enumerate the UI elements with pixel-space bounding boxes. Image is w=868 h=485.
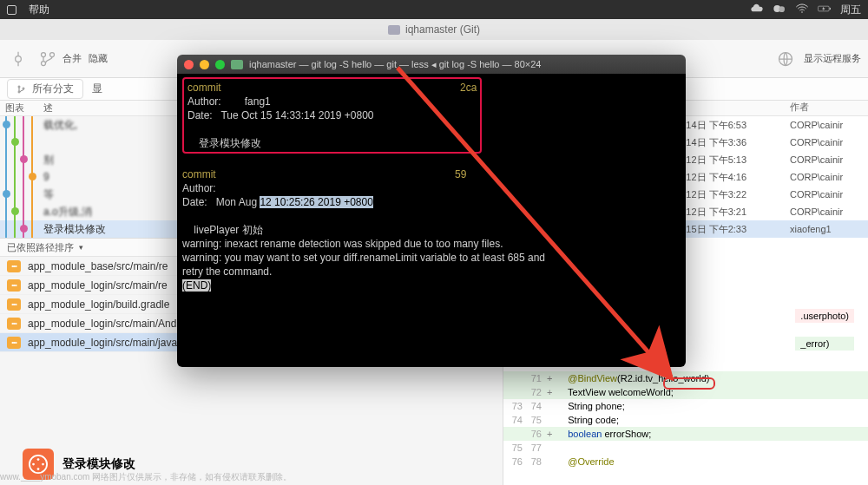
file-icon: ••• (7, 337, 21, 349)
branch-show-label: 显 (92, 82, 102, 96)
diff-line: 76+ boolean errorShow; (503, 427, 868, 441)
col-graph: 图表 (0, 102, 43, 115)
folder-icon (388, 25, 400, 35)
macos-menubar: 帮助 周五 (0, 0, 868, 19)
diff-line: 7577 (503, 441, 868, 455)
svg-point-1 (779, 6, 785, 12)
terminal-titlebar[interactable]: iqhamaster — git log -S hello — git — le… (177, 55, 686, 74)
wifi-icon[interactable] (795, 3, 809, 17)
file-icon: ••• (7, 298, 21, 311)
battery-icon[interactable] (818, 3, 832, 17)
file-icon: ••• (7, 260, 21, 272)
toolbar-merge-label: 合并 (62, 52, 82, 65)
branch-selector[interactable]: 所有分支 (7, 79, 83, 99)
commit-highlight-box: commit ████████████████████████████████2… (182, 77, 482, 154)
terminal-folder-icon (231, 60, 243, 69)
clock-day: 周五 (840, 3, 861, 17)
terminal-window: iqhamaster — git log -S hello — git — le… (177, 55, 686, 367)
diff-del-text: userphoto) (803, 311, 849, 321)
svg-point-14 (23, 88, 24, 89)
window-titlebar: iqhamaster (Git) (0, 19, 868, 40)
svg-point-2 (801, 11, 803, 13)
traffic-max-icon[interactable] (215, 60, 225, 69)
branch-all-label: 所有分支 (32, 82, 74, 96)
diff-line: 7475 String code; (503, 413, 868, 427)
menu-help[interactable]: 帮助 (29, 3, 49, 17)
commit-summary-title: 登录模块修改 (62, 456, 135, 472)
terminal-body[interactable]: commit ████████████████████████████████2… (177, 74, 686, 367)
col-author-header: 作者 (790, 101, 868, 115)
toolbar-hide-label: 隐藏 (89, 52, 108, 65)
svg-point-5 (16, 56, 22, 62)
file-icon: ••• (7, 318, 21, 330)
cloud-icon[interactable] (750, 3, 764, 17)
traffic-close-icon[interactable] (184, 60, 194, 69)
watermark-text: www.____ymoban.com 网络图片仅供展示，非存储，如有侵权请联系删… (0, 471, 292, 483)
file-icon: ••• (7, 279, 21, 292)
branch-icon[interactable] (36, 48, 59, 70)
svg-point-8 (42, 52, 46, 56)
svg-rect-4 (830, 7, 831, 9)
svg-point-17 (32, 463, 35, 466)
wechat-icon[interactable] (773, 3, 786, 17)
app-icon (7, 5, 16, 15)
terminal-title: iqhamaster — git log -S hello — git — le… (249, 59, 541, 70)
svg-point-20 (37, 468, 40, 470)
svg-point-18 (37, 458, 40, 461)
sort-label[interactable]: 已依照路径排序 (7, 241, 74, 254)
diff-add-text: _error) (800, 338, 829, 349)
diff-line: 7678 @Override (503, 455, 868, 469)
commit-icon[interactable] (7, 48, 30, 70)
svg-point-10 (50, 52, 55, 56)
annotation-circle (663, 377, 715, 390)
diff-line: 7374 String phone; (503, 399, 868, 413)
toolbar-remote-label: 显示远程服务 (804, 52, 861, 65)
window-title: iqhamaster (Git) (405, 23, 480, 36)
svg-point-9 (42, 61, 46, 65)
remote-icon[interactable] (774, 48, 797, 70)
svg-point-19 (42, 463, 44, 466)
svg-point-12 (18, 86, 20, 88)
traffic-min-icon[interactable] (200, 60, 209, 69)
